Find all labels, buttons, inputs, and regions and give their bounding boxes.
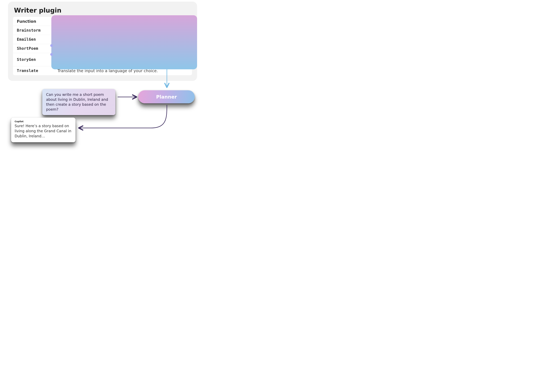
- function-name: EmailGen: [13, 35, 51, 44]
- function-name: Translate: [13, 67, 51, 75]
- function-name: StoryGen: [13, 55, 51, 64]
- response-author-label: Copilot: [15, 120, 72, 123]
- plugin-title: Writer plugin: [14, 7, 191, 14]
- user-prompt-bubble: Can you write me a short poem about livi…: [42, 89, 115, 115]
- planner-node: Planner: [138, 90, 195, 103]
- table-header-row: Function Description for model: [13, 17, 192, 26]
- table-row: ShortPoem Turn a scenario into a short a…: [13, 44, 192, 53]
- table-row: Brainstorm Given a goal or topic descrip…: [13, 26, 192, 35]
- function-desc: Generate a list of synopsis for a novel …: [51, 53, 192, 66]
- function-desc: Translate the input into a language of y…: [51, 67, 192, 75]
- diagram-stage: Writer plugin Function Description for m…: [0, 0, 219, 156]
- col-header-function: Function: [13, 17, 51, 26]
- response-text: Sure! Here’s a story based on living alo…: [15, 123, 72, 139]
- table-row: StoryGen Generate a list of synopsis for…: [13, 53, 192, 66]
- selection-dot-icon: [50, 44, 53, 47]
- function-name: Brainstorm: [13, 26, 51, 35]
- user-prompt-text: Can you write me a short poem about livi…: [46, 93, 108, 111]
- function-desc: Turn a scenario into a short and enterta…: [51, 44, 192, 53]
- planner-label: Planner: [156, 94, 177, 100]
- table-row: Translate Translate the input into a lan…: [13, 66, 192, 75]
- copilot-response-card: Copilot Sure! Here’s a story based on li…: [11, 118, 75, 142]
- writer-plugin-card: Writer plugin Function Description for m…: [8, 2, 197, 81]
- selection-dot-icon: [50, 53, 53, 56]
- table-row: EmailGen Write an email from the given b…: [13, 35, 192, 44]
- plugin-table: Function Description for model Brainstor…: [13, 17, 192, 75]
- function-desc: Given a goal or topic description genera…: [51, 26, 192, 35]
- function-name: ShortPoem: [13, 44, 51, 53]
- function-desc: Write an email from the given bullet poi…: [51, 35, 192, 44]
- col-header-description: Description for model: [51, 17, 192, 26]
